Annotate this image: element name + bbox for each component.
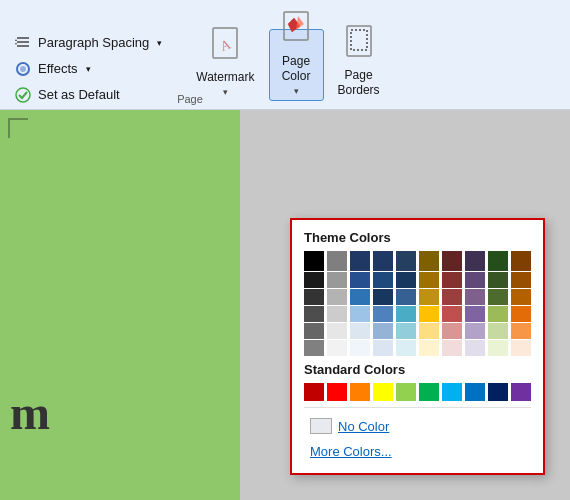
theme-swatch-3-2[interactable] (373, 289, 393, 305)
theme-swatch-7-4[interactable] (465, 323, 485, 339)
theme-color-column-5 (419, 251, 439, 356)
svg-marker-4 (15, 43, 17, 45)
effects-button[interactable]: Effects ▾ (10, 58, 166, 80)
theme-swatch-8-0[interactable] (488, 251, 508, 271)
watermark-button[interactable]: A Watermark ▾ (186, 29, 264, 101)
theme-swatch-8-1[interactable] (488, 272, 508, 288)
theme-color-column-9 (511, 251, 531, 356)
theme-swatch-1-4[interactable] (327, 323, 347, 339)
theme-swatch-4-0[interactable] (396, 251, 416, 271)
theme-color-column-4 (396, 251, 416, 356)
page-borders-button[interactable]: PageBorders (328, 29, 390, 101)
theme-swatch-9-0[interactable] (511, 251, 531, 271)
theme-swatch-6-2[interactable] (442, 289, 462, 305)
theme-swatch-5-3[interactable] (419, 306, 439, 322)
svg-point-6 (20, 66, 26, 72)
standard-swatch-1[interactable] (327, 383, 347, 401)
page-color-label: PageColor (282, 54, 311, 83)
theme-swatch-8-5[interactable] (488, 340, 508, 356)
theme-color-column-7 (465, 251, 485, 356)
theme-swatch-3-0[interactable] (373, 251, 393, 271)
theme-swatch-0-4[interactable] (304, 323, 324, 339)
theme-swatch-5-2[interactable] (419, 289, 439, 305)
theme-swatch-2-1[interactable] (350, 272, 370, 288)
standard-swatch-0[interactable] (304, 383, 324, 401)
theme-swatch-0-0[interactable] (304, 251, 324, 271)
theme-swatch-8-3[interactable] (488, 306, 508, 322)
theme-swatch-3-5[interactable] (373, 340, 393, 356)
theme-swatch-5-1[interactable] (419, 272, 439, 288)
theme-swatch-5-4[interactable] (419, 323, 439, 339)
theme-swatch-6-3[interactable] (442, 306, 462, 322)
paragraph-spacing-button[interactable]: Paragraph Spacing ▾ (10, 32, 166, 54)
standard-swatch-2[interactable] (350, 383, 370, 401)
theme-swatch-9-5[interactable] (511, 340, 531, 356)
theme-swatch-1-5[interactable] (327, 340, 347, 356)
theme-swatch-1-1[interactable] (327, 272, 347, 288)
theme-swatch-2-3[interactable] (350, 306, 370, 322)
theme-swatch-2-0[interactable] (350, 251, 370, 271)
svg-marker-3 (15, 39, 17, 41)
theme-swatch-4-4[interactable] (396, 323, 416, 339)
theme-swatch-6-4[interactable] (442, 323, 462, 339)
theme-swatch-9-4[interactable] (511, 323, 531, 339)
theme-swatch-2-2[interactable] (350, 289, 370, 305)
theme-swatch-0-3[interactable] (304, 306, 324, 322)
standard-swatch-8[interactable] (488, 383, 508, 401)
divider (304, 407, 531, 408)
theme-swatch-0-2[interactable] (304, 289, 324, 305)
theme-colors-title: Theme Colors (304, 230, 531, 245)
svg-text:A: A (219, 36, 234, 54)
standard-swatch-7[interactable] (465, 383, 485, 401)
standard-swatch-3[interactable] (373, 383, 393, 401)
theme-swatch-4-3[interactable] (396, 306, 416, 322)
theme-swatch-7-0[interactable] (465, 251, 485, 271)
theme-swatch-6-0[interactable] (442, 251, 462, 271)
theme-swatch-5-5[interactable] (419, 340, 439, 356)
theme-swatch-3-3[interactable] (373, 306, 393, 322)
no-color-swatch (310, 418, 332, 434)
theme-swatch-0-1[interactable] (304, 272, 324, 288)
standard-swatch-6[interactable] (442, 383, 462, 401)
theme-swatch-4-1[interactable] (396, 272, 416, 288)
theme-color-column-0 (304, 251, 324, 356)
theme-swatch-8-4[interactable] (488, 323, 508, 339)
theme-swatch-3-1[interactable] (373, 272, 393, 288)
theme-swatch-0-5[interactable] (304, 340, 324, 356)
theme-swatch-9-1[interactable] (511, 272, 531, 288)
page-color-icon (280, 10, 312, 51)
ribbon: Paragraph Spacing ▾ Effects ▾ Set as Def… (0, 0, 570, 110)
theme-swatch-9-2[interactable] (511, 289, 531, 305)
theme-swatch-1-0[interactable] (327, 251, 347, 271)
standard-color-row (304, 383, 531, 401)
paragraph-spacing-label: Paragraph Spacing (38, 35, 149, 50)
theme-swatch-7-5[interactable] (465, 340, 485, 356)
standard-swatch-4[interactable] (396, 383, 416, 401)
theme-swatch-2-4[interactable] (350, 323, 370, 339)
page-color-button[interactable]: PageColor ▾ (269, 29, 324, 101)
no-color-label: No Color (338, 419, 389, 434)
theme-swatch-6-5[interactable] (442, 340, 462, 356)
theme-color-column-2 (350, 251, 370, 356)
theme-swatch-3-4[interactable] (373, 323, 393, 339)
standard-swatch-5[interactable] (419, 383, 439, 401)
theme-swatch-6-1[interactable] (442, 272, 462, 288)
theme-swatch-7-1[interactable] (465, 272, 485, 288)
theme-swatch-2-5[interactable] (350, 340, 370, 356)
theme-swatch-9-3[interactable] (511, 306, 531, 322)
set-as-default-button[interactable]: Set as Default (10, 84, 166, 106)
theme-swatch-4-5[interactable] (396, 340, 416, 356)
theme-swatch-5-0[interactable] (419, 251, 439, 271)
ribbon-left: Paragraph Spacing ▾ Effects ▾ Set as Def… (0, 28, 176, 109)
paragraph-spacing-icon (14, 34, 32, 52)
theme-swatch-8-2[interactable] (488, 289, 508, 305)
theme-swatch-1-3[interactable] (327, 306, 347, 322)
theme-swatch-7-2[interactable] (465, 289, 485, 305)
no-color-button[interactable]: No Color (304, 414, 531, 438)
page-corner-mark (8, 118, 28, 138)
standard-swatch-9[interactable] (511, 383, 531, 401)
more-colors-button[interactable]: More Colors... (304, 440, 531, 463)
theme-swatch-4-2[interactable] (396, 289, 416, 305)
theme-swatch-7-3[interactable] (465, 306, 485, 322)
theme-swatch-1-2[interactable] (327, 289, 347, 305)
